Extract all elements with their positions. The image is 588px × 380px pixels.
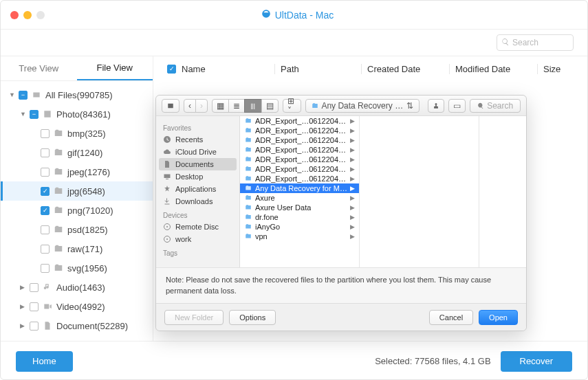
sidebar-item-remote-disc[interactable]: Remote Disc bbox=[156, 221, 239, 233]
chevron-down-icon[interactable]: ▼ bbox=[9, 91, 14, 98]
tree-label: Video(4992) bbox=[56, 302, 105, 312]
options-button[interactable]: Options bbox=[229, 310, 276, 325]
chevron-right-icon: ▶ bbox=[350, 166, 355, 172]
tree-item[interactable]: psd(1825) bbox=[1, 220, 153, 239]
favorites-header: Favorites bbox=[156, 120, 239, 133]
checkbox[interactable] bbox=[30, 302, 39, 311]
checkbox[interactable] bbox=[41, 168, 50, 177]
folder-icon bbox=[244, 166, 252, 172]
maximize-icon[interactable] bbox=[36, 11, 45, 19]
arrange-button[interactable]: ⊞ ˅ bbox=[283, 99, 301, 113]
tree-item[interactable]: ✓png(71020) bbox=[1, 201, 153, 220]
search-input[interactable]: Search bbox=[497, 34, 574, 51]
tree-root[interactable]: ▼ − All Files(990785) bbox=[1, 85, 153, 104]
sidebar-item-documents[interactable]: Documents bbox=[159, 158, 237, 170]
tree-item[interactable]: ✓jpg(6548) bbox=[1, 181, 153, 201]
tree-item[interactable]: jpeg(1276) bbox=[1, 162, 153, 181]
checkbox[interactable] bbox=[41, 245, 50, 254]
tags-icon[interactable]: ▭ bbox=[448, 99, 466, 113]
folder-item[interactable]: ADR_Export_…0612204544▶ bbox=[240, 126, 359, 135]
chevron-right-icon[interactable]: ▶ bbox=[20, 284, 25, 291]
folder-item[interactable]: ADR_Export_…0612204724▶ bbox=[240, 155, 359, 164]
folder-icon bbox=[244, 137, 252, 144]
checkbox[interactable] bbox=[41, 129, 50, 138]
view-list-icon[interactable]: ≣ bbox=[228, 99, 245, 113]
home-button[interactable]: Home bbox=[16, 351, 73, 372]
share-icon[interactable] bbox=[428, 99, 444, 113]
tree-video[interactable]: ▶ Video(4992) bbox=[1, 297, 153, 316]
chevron-right-icon[interactable]: ▶ bbox=[20, 322, 25, 329]
tree-label: Email(9361) bbox=[56, 340, 105, 342]
forward-button[interactable]: › bbox=[195, 99, 208, 113]
sidebar-toggle-icon[interactable] bbox=[162, 99, 179, 113]
tree-item[interactable]: svg(1956) bbox=[1, 258, 153, 278]
email-icon bbox=[43, 340, 52, 341]
checkbox-mixed[interactable]: − bbox=[30, 110, 39, 119]
tab-file-view[interactable]: File View bbox=[77, 56, 153, 80]
checkbox-mixed[interactable]: − bbox=[19, 91, 28, 100]
path-dropdown[interactable]: Any Data Recovery for… ⇅ bbox=[305, 99, 420, 113]
checkbox[interactable]: ✓ bbox=[41, 187, 50, 196]
checkbox[interactable] bbox=[41, 264, 50, 273]
folder-label: Axure User Data bbox=[255, 203, 311, 212]
col-size[interactable]: Size bbox=[537, 64, 578, 74]
folder-item[interactable]: ADR_Export_…0612204748▶ bbox=[240, 164, 359, 174]
select-all-checkbox[interactable]: ✓ bbox=[167, 65, 176, 74]
folder-item[interactable]: iAnyGo▶ bbox=[240, 222, 359, 232]
sidebar-item-icloud-drive[interactable]: iCloud Drive bbox=[156, 146, 239, 158]
tree-document[interactable]: ▶ Document(52289) bbox=[1, 316, 153, 335]
view-columns-icon[interactable]: ⫼ bbox=[244, 99, 262, 113]
folder-item[interactable]: vpn▶ bbox=[240, 232, 359, 241]
new-folder-button[interactable]: New Folder bbox=[164, 310, 224, 325]
tree-email[interactable]: ▶ Email(9361) bbox=[1, 335, 153, 341]
sidebar-item-downloads[interactable]: Downloads bbox=[156, 195, 239, 208]
folder-item[interactable]: ADR_Export_…0612204832▶ bbox=[240, 174, 359, 183]
folder-item[interactable]: ADR_Export_…0612204602▶ bbox=[240, 135, 359, 145]
folder-icon bbox=[244, 185, 252, 192]
chevron-right-icon[interactable]: ▶ bbox=[20, 303, 25, 310]
col-path[interactable]: Path bbox=[274, 64, 356, 74]
tree-photo[interactable]: ▼ − Photo(84361) bbox=[1, 104, 153, 124]
folder-item[interactable]: Any Data Recovery for Mac▶ bbox=[240, 183, 359, 193]
sidebar-item-recents[interactable]: Recents bbox=[156, 133, 239, 146]
sidebar-item-work[interactable]: work bbox=[156, 233, 239, 245]
folder-item[interactable]: ADR_Export_…0612204521▶ bbox=[240, 116, 359, 126]
checkbox[interactable] bbox=[41, 148, 50, 157]
folder-item[interactable]: ADR_Export_…0612204638▶ bbox=[240, 145, 359, 155]
col-name[interactable]: Name bbox=[182, 64, 206, 74]
chevron-down-icon[interactable]: ▼ bbox=[20, 111, 25, 118]
folder-item[interactable]: Axure▶ bbox=[240, 193, 359, 203]
view-gallery-icon[interactable]: ▤ bbox=[261, 99, 279, 113]
checkbox[interactable]: ✓ bbox=[41, 206, 50, 215]
folder-label: Axure bbox=[255, 194, 275, 202]
chevron-right-icon: ▶ bbox=[350, 223, 355, 230]
checkbox[interactable] bbox=[30, 322, 39, 331]
back-button[interactable]: ‹ bbox=[184, 99, 196, 113]
sidebar-item-applications[interactable]: Applications bbox=[156, 183, 239, 195]
checkbox[interactable] bbox=[41, 225, 50, 234]
tree-item[interactable]: raw(171) bbox=[1, 239, 153, 258]
open-button[interactable]: Open bbox=[479, 310, 518, 325]
tree-item[interactable]: gif(1240) bbox=[1, 143, 153, 162]
folder-item[interactable]: dr.fone▶ bbox=[240, 212, 359, 222]
col-created[interactable]: Created Date bbox=[361, 64, 444, 74]
close-icon[interactable] bbox=[10, 11, 19, 19]
sidebar-item-desktop[interactable]: Desktop bbox=[156, 170, 239, 183]
checkbox[interactable] bbox=[30, 341, 39, 342]
minimize-icon[interactable] bbox=[23, 11, 32, 19]
tree-item[interactable]: bmp(325) bbox=[1, 124, 153, 143]
view-icons-icon[interactable]: ▦ bbox=[212, 99, 229, 113]
col-modified[interactable]: Modified Date bbox=[449, 64, 532, 74]
recover-button[interactable]: Recover bbox=[501, 351, 572, 372]
devices-header: Devices bbox=[156, 208, 239, 221]
dialog-toolbar: ‹ › ▦ ≣ ⫼ ▤ ⊞ ˅ Any Data Recovery for… ⇅… bbox=[156, 96, 526, 116]
tree-label: png(71020) bbox=[67, 205, 113, 216]
checkbox[interactable] bbox=[30, 283, 39, 292]
tab-tree-view[interactable]: Tree View bbox=[1, 56, 77, 80]
tree-audio[interactable]: ▶ Audio(1463) bbox=[1, 278, 153, 297]
tree-label: gif(1240) bbox=[67, 148, 102, 158]
search-placeholder: Search bbox=[512, 38, 538, 47]
cancel-button[interactable]: Cancel bbox=[429, 310, 473, 325]
folder-item[interactable]: Axure User Data▶ bbox=[240, 203, 359, 212]
dialog-search-input[interactable]: Search bbox=[470, 99, 521, 113]
